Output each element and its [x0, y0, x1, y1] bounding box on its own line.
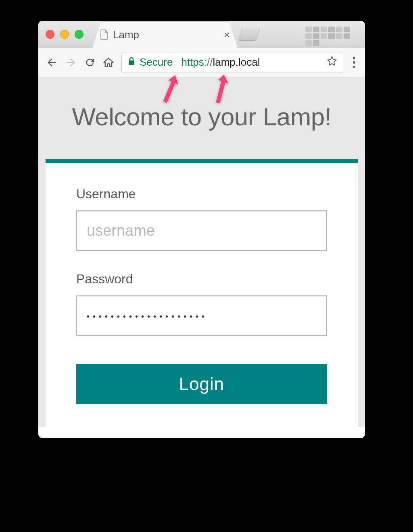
tab-bar: Lamp × — [38, 21, 365, 48]
login-button[interactable]: Login — [76, 364, 327, 404]
window-controls — [46, 30, 83, 39]
tab-title: Lamp — [113, 29, 219, 41]
username-label: Username — [76, 187, 327, 202]
password-input[interactable] — [76, 295, 327, 336]
close-window-button[interactable] — [46, 30, 54, 39]
file-icon — [100, 29, 108, 40]
maximize-window-button[interactable] — [75, 30, 83, 39]
browser-toolbar: Secure https://lamp.local — [38, 48, 365, 77]
secure-label: Secure — [140, 56, 173, 69]
url-display: https://lamp.local — [181, 56, 260, 69]
reload-button[interactable] — [84, 57, 96, 68]
url-separator: :// — [204, 56, 213, 68]
close-tab-icon[interactable]: × — [224, 29, 230, 41]
svg-rect-0 — [129, 60, 134, 65]
forward-button[interactable] — [65, 56, 77, 69]
page-content: Welcome to your Lamp! Username Password … — [38, 77, 365, 427]
back-button[interactable] — [46, 56, 58, 69]
url-host: lamp.local — [213, 56, 260, 68]
menu-kebab-icon[interactable] — [350, 57, 358, 68]
minimize-window-button[interactable] — [60, 30, 69, 39]
redacted-area — [305, 27, 357, 40]
addr-divider — [177, 56, 177, 69]
page-heading: Welcome to your Lamp! — [38, 77, 365, 159]
bookmark-star-icon[interactable] — [327, 56, 337, 69]
password-label: Password — [76, 272, 327, 287]
login-card: Username Password Login — [46, 159, 358, 427]
home-button[interactable] — [103, 57, 114, 68]
address-bar[interactable]: Secure https://lamp.local — [121, 52, 343, 73]
browser-window: Lamp × Secure https://lamp.lo — [38, 21, 365, 438]
browser-tab[interactable]: Lamp × — [92, 21, 238, 48]
username-input[interactable] — [76, 210, 327, 251]
new-tab-button[interactable] — [238, 28, 261, 41]
lock-icon — [127, 56, 136, 69]
url-protocol: https — [181, 56, 204, 68]
